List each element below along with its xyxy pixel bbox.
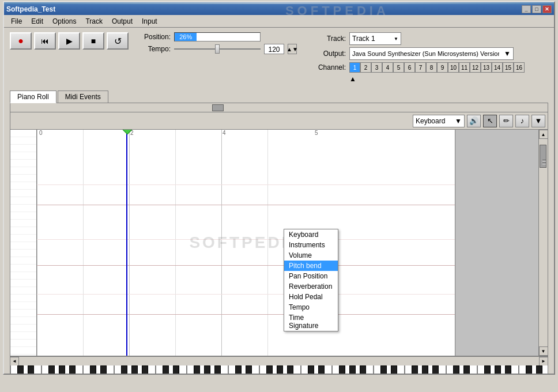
h-scroll-track[interactable] (19, 357, 539, 366)
black-key-Gs5[interactable] (422, 365, 428, 375)
black-key-Gs3[interactable] (277, 365, 283, 375)
dropdown-reverberation[interactable]: Reverberation (284, 281, 338, 292)
black-key-Gs2[interactable] (204, 365, 210, 375)
black-key-As6[interactable] (505, 365, 511, 375)
channel-7[interactable]: 7 (415, 62, 426, 73)
black-key-Gs4[interactable] (349, 365, 356, 375)
menu-file[interactable]: File (6, 16, 27, 27)
tempo-slider[interactable] (174, 44, 261, 54)
v-scroll-track[interactable] (539, 139, 548, 346)
top-scroll-thumb[interactable] (212, 104, 224, 111)
black-key-Ds1[interactable] (100, 365, 107, 375)
speaker-tool-button[interactable]: 🔊 (467, 115, 481, 127)
dropdown-time-signature[interactable]: Time Signature (284, 312, 338, 331)
black-key-Fs1[interactable] (121, 365, 127, 375)
minimize-button[interactable]: _ (522, 5, 531, 13)
maximize-button[interactable]: □ (532, 5, 541, 13)
black-key-Fs4[interactable] (339, 365, 345, 375)
track-select[interactable]: Track 1 ▼ (349, 32, 401, 45)
menu-output[interactable]: Output (107, 16, 137, 27)
dropdown-keyboard[interactable]: Keyboard (284, 229, 338, 240)
play-button[interactable]: ▶ (58, 32, 80, 50)
black-key-Fs5[interactable] (412, 365, 418, 375)
channel-11[interactable]: 11 (459, 62, 470, 73)
output-select[interactable]: Java Sound Synthesizer (Sun Microsystems… (349, 47, 514, 60)
black-key-As2[interactable] (214, 365, 221, 375)
black-key-Ds2[interactable] (173, 365, 179, 375)
black-key-Fs6[interactable] (484, 365, 491, 375)
tab-piano-roll[interactable]: Piano Roll (10, 91, 56, 103)
channel-10[interactable]: 10 (448, 62, 459, 73)
black-key-Ds5[interactable] (391, 365, 397, 375)
black-key-Ds0[interactable] (28, 365, 34, 375)
black-key-Ds6[interactable] (463, 365, 470, 375)
dropdown-tempo[interactable]: Tempo (284, 302, 338, 312)
black-key-Cs7[interactable] (526, 365, 532, 375)
black-key-Cs1[interactable] (90, 365, 96, 375)
black-key-Fs2[interactable] (194, 365, 200, 375)
menu-options[interactable]: Options (48, 16, 81, 27)
menu-track[interactable]: Track (81, 16, 107, 27)
dropdown-pan-position[interactable]: Pan Position (284, 271, 338, 281)
grid-area[interactable]: SOFTPEDIA 0 2 4 5 (37, 130, 455, 356)
channel-2[interactable]: 2 (360, 62, 371, 73)
black-key-Ds4[interactable] (318, 365, 325, 375)
channel-3[interactable]: 3 (371, 62, 382, 73)
black-key-Cs3[interactable] (235, 365, 242, 375)
channel-5[interactable]: 5 (393, 62, 404, 73)
black-key-Cs4[interactable] (308, 365, 314, 375)
black-key-As3[interactable] (287, 365, 293, 375)
black-key-Ds3[interactable] (246, 365, 252, 375)
more-tool-button[interactable]: ▼ (531, 115, 545, 127)
black-key-As5[interactable] (432, 365, 439, 375)
black-key-Gs0[interactable] (59, 365, 65, 375)
black-key-As4[interactable] (360, 365, 366, 375)
loop-button[interactable]: ↺ (107, 32, 129, 50)
top-scrollbar[interactable] (10, 103, 548, 112)
black-key-Fs3[interactable] (266, 365, 273, 375)
black-key-As1[interactable] (142, 365, 148, 375)
position-slider[interactable]: 26% (174, 32, 261, 42)
black-key-Gs6[interactable] (495, 365, 501, 375)
keyboard-dropdown[interactable]: Keyboard ▼ (413, 115, 465, 127)
pointer-tool-button[interactable]: ↖ (483, 115, 497, 127)
skip-back-button[interactable]: ⏮ (34, 32, 56, 50)
dropdown-pitch-bend[interactable]: Pitch bend (284, 261, 338, 271)
black-key-Gs1[interactable] (131, 365, 138, 375)
tempo-value[interactable]: 120 (264, 44, 284, 54)
channel-12[interactable]: 12 (470, 62, 481, 73)
pencil-tool-button[interactable]: ✏ (499, 115, 513, 127)
channel-4[interactable]: 4 (382, 62, 393, 73)
stop-button[interactable]: ■ (82, 32, 104, 50)
close-button[interactable]: ✕ (542, 5, 552, 13)
v-scroll-thumb[interactable] (540, 145, 546, 168)
menu-edit[interactable]: Edit (27, 16, 48, 27)
black-key-Cs5[interactable] (380, 365, 387, 375)
tempo-spin-button[interactable]: ▲▼ (288, 44, 297, 54)
scroll-down-button[interactable]: ▼ (539, 346, 548, 356)
channel-8[interactable]: 8 (426, 62, 437, 73)
tab-midi-events[interactable]: Midi Events (58, 91, 108, 103)
dropdown-volume[interactable]: Volume (284, 250, 338, 261)
dropdown-instruments[interactable]: Instruments (284, 240, 338, 250)
scroll-right-button[interactable]: ► (539, 357, 548, 366)
channel-15[interactable]: 15 (503, 62, 514, 73)
channel-9[interactable]: 9 (437, 62, 448, 73)
scroll-left-button[interactable]: ◄ (10, 357, 19, 366)
black-key-Cs2[interactable] (163, 365, 169, 375)
menu-input[interactable]: Input (137, 16, 162, 27)
black-key-Fs0[interactable] (48, 365, 55, 375)
scroll-up-button[interactable]: ▲ (539, 130, 548, 139)
black-key-Ds7[interactable] (536, 365, 542, 375)
channel-6[interactable]: 6 (404, 62, 415, 73)
note-tool-button[interactable]: ♪ (515, 115, 529, 127)
channel-16[interactable]: 16 (514, 62, 525, 73)
channel-13[interactable]: 13 (481, 62, 492, 73)
channel-1[interactable]: 1 (349, 62, 360, 73)
black-key-Cs6[interactable] (453, 365, 459, 375)
black-key-Cs0[interactable] (17, 365, 24, 375)
dropdown-hold-pedal[interactable]: Hold Pedal (284, 292, 338, 302)
black-key-As0[interactable] (69, 365, 76, 375)
channel-14[interactable]: 14 (492, 62, 503, 73)
record-button[interactable]: ● (10, 32, 32, 50)
